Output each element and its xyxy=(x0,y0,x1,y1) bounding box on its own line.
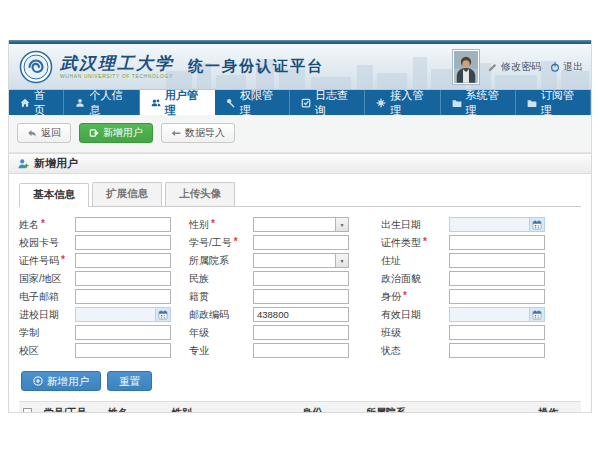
field-input[interactable] xyxy=(449,307,545,322)
table-column-5: 操作 xyxy=(533,402,581,414)
add-user-panel: 新增用户 基本信息扩展信息上传头像 姓名* 性别* ▼ 出生日期* 校园卡号* … xyxy=(9,153,591,413)
field-input[interactable] xyxy=(449,217,545,232)
add-user-toolbar-button[interactable]: 新增用户 xyxy=(79,123,153,143)
form-field-8: 住址* xyxy=(381,253,567,268)
submit-add-user-button[interactable]: 新增用户 xyxy=(21,371,101,391)
field-input[interactable] xyxy=(449,271,545,286)
field-label: 所属院系* xyxy=(189,254,253,268)
select-all-cell xyxy=(19,402,39,414)
nav-item-6[interactable]: 系统管理 xyxy=(441,90,516,115)
nav-item-0[interactable]: 首页 xyxy=(9,90,64,115)
form-field-11: 政治面貌* xyxy=(381,271,567,286)
panel-body: 基本信息扩展信息上传头像 姓名* 性别* ▼ 出生日期* 校园卡号* 学号/工号… xyxy=(9,174,591,413)
field-input[interactable] xyxy=(449,253,545,268)
field-input[interactable] xyxy=(75,217,171,232)
data-import-button[interactable]: 数据导入 xyxy=(161,123,235,143)
field-label: 专业* xyxy=(189,344,253,358)
field-input[interactable] xyxy=(449,289,545,304)
field-label: 状态* xyxy=(381,344,449,358)
field-input[interactable] xyxy=(75,271,171,286)
nav-item-4[interactable]: 日志查询 xyxy=(290,90,365,115)
form-field-0: 姓名* xyxy=(19,217,189,232)
form-field-4: 学号/工号* xyxy=(189,235,381,250)
calendar-icon[interactable] xyxy=(155,308,170,321)
university-name: 武汉理工大学 xyxy=(60,55,174,72)
table-header-row: 学号/工号姓名性别身份所属院系操作 xyxy=(19,402,581,414)
field-input[interactable] xyxy=(253,235,349,250)
field-input[interactable] xyxy=(449,325,545,340)
field-label: 进校日期* xyxy=(19,308,75,322)
header: 武汉理工大学 WUHAN UNIVERSITY OF TECHNOLOGY 统一… xyxy=(9,44,591,90)
field-input[interactable] xyxy=(449,343,545,358)
form-field-1: 性别* ▼ xyxy=(189,217,381,232)
home-icon xyxy=(20,98,30,108)
field-input[interactable] xyxy=(253,325,349,340)
table-column-0: 学号/工号 xyxy=(39,402,103,414)
field-label: 性别* xyxy=(189,218,253,232)
field-label: 身份* xyxy=(381,290,449,304)
field-input[interactable] xyxy=(253,343,349,358)
tab-2[interactable]: 上传头像 xyxy=(165,182,235,206)
main-nav: 首页个人信息用户管理权限管理日志查询接入管理系统管理订阅管理 xyxy=(9,90,591,115)
tab-1[interactable]: 扩展信息 xyxy=(92,182,162,206)
logout-label: 退出 xyxy=(563,60,583,74)
calendar-icon[interactable] xyxy=(529,218,544,231)
form-field-10: 民族* xyxy=(189,271,381,286)
form-field-16: 邮政编码* 438800 xyxy=(189,307,381,322)
nav-item-3[interactable]: 权限管理 xyxy=(215,90,290,115)
field-input[interactable] xyxy=(75,325,171,340)
field-label: 年级* xyxy=(189,326,253,340)
field-input[interactable] xyxy=(75,307,171,322)
panel-title: 新增用户 xyxy=(34,156,78,171)
field-label: 国家/地区* xyxy=(19,272,75,286)
field-input[interactable] xyxy=(75,253,171,268)
dropdown-arrow-icon[interactable]: ▼ xyxy=(335,218,348,231)
required-star: * xyxy=(423,236,427,250)
required-star: * xyxy=(61,254,65,268)
users-icon xyxy=(151,98,161,108)
plus-circle-icon xyxy=(33,376,43,386)
university-logo xyxy=(19,50,53,84)
field-input[interactable] xyxy=(75,343,171,358)
app-window: 武汉理工大学 WUHAN UNIVERSITY OF TECHNOLOGY 统一… xyxy=(8,40,592,413)
nav-item-2[interactable]: 用户管理 xyxy=(140,90,215,115)
field-label: 电子邮箱* xyxy=(19,290,75,304)
field-label: 学号/工号* xyxy=(189,236,253,250)
access-gear-icon xyxy=(376,98,386,108)
field-input[interactable] xyxy=(75,289,171,304)
field-input[interactable]: 438800 xyxy=(253,307,349,322)
field-input[interactable]: ▼ xyxy=(253,217,349,232)
form-field-9: 国家/地区* xyxy=(19,271,189,286)
system-folder-icon xyxy=(452,98,462,108)
tab-0[interactable]: 基本信息 xyxy=(19,183,89,207)
reset-button[interactable]: 重置 xyxy=(107,371,152,391)
nav-item-5[interactable]: 接入管理 xyxy=(365,90,440,115)
dropdown-arrow-icon[interactable]: ▼ xyxy=(335,254,348,267)
form-field-15: 进校日期* xyxy=(19,307,189,322)
field-input[interactable]: ▼ xyxy=(253,253,349,268)
brand-text: 武汉理工大学 WUHAN UNIVERSITY OF TECHNOLOGY xyxy=(60,55,174,79)
tab-bar: 基本信息扩展信息上传头像 xyxy=(19,182,581,207)
calendar-icon[interactable] xyxy=(529,308,544,321)
select-all-checkbox[interactable] xyxy=(23,408,32,414)
change-password-link[interactable]: 修改密码 xyxy=(488,60,541,74)
platform-title: 统一身份认证平台 xyxy=(188,57,324,76)
field-label: 住址* xyxy=(381,254,449,268)
form-field-18: 学制* xyxy=(19,325,189,340)
avatar xyxy=(453,50,479,84)
field-value: 438800 xyxy=(254,309,348,320)
back-button[interactable]: 返回 xyxy=(17,123,71,143)
logout-link[interactable]: 退出 xyxy=(550,60,583,74)
field-input[interactable] xyxy=(75,235,171,250)
field-input[interactable] xyxy=(253,289,349,304)
field-input[interactable] xyxy=(449,235,545,250)
add-person-icon xyxy=(17,158,29,170)
nav-item-1[interactable]: 个人信息 xyxy=(64,90,139,115)
field-label: 证件类型* xyxy=(381,236,449,250)
field-input[interactable] xyxy=(253,271,349,286)
table-column-1: 姓名 xyxy=(103,402,167,414)
field-label: 证件号码* xyxy=(19,254,75,268)
form-field-14: 身份* xyxy=(381,289,567,304)
nav-item-7[interactable]: 订阅管理 xyxy=(516,90,591,115)
university-name-en: WUHAN UNIVERSITY OF TECHNOLOGY xyxy=(60,73,174,79)
